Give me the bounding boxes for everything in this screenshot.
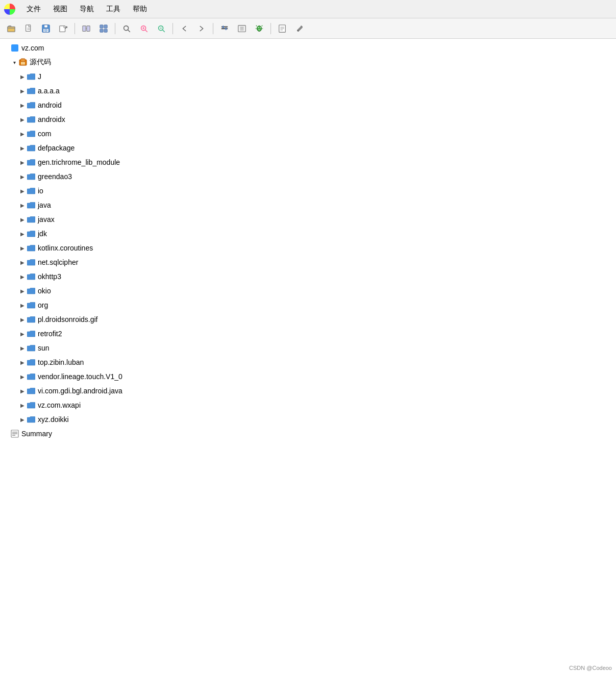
folder-icon-android — [27, 101, 36, 109]
arrow-androidx: ▶ — [18, 115, 27, 123]
arrow-jdk: ▶ — [18, 230, 27, 238]
menu-help[interactable]: 帮助 — [128, 3, 152, 16]
folder-jdk[interactable]: ▶ jdk — [0, 227, 616, 241]
svg-rect-13 — [100, 24, 103, 28]
separator-1 — [75, 23, 75, 34]
doc-button[interactable] — [274, 21, 290, 36]
folder-icon-kotlinx — [27, 244, 36, 252]
bottom-bar: CSDN @Codeoo — [565, 663, 616, 673]
arrow-kotlinx: ▶ — [18, 244, 27, 252]
menu-tools[interactable]: 工具 — [101, 3, 126, 16]
root-label: vz.com — [21, 44, 44, 52]
folder-greendao3[interactable]: ▶ greendao3 — [0, 169, 616, 184]
menu-navigate[interactable]: 导航 — [75, 3, 99, 16]
arrow-summary — [2, 430, 10, 438]
folder-sun[interactable]: ▶ sun — [0, 341, 616, 355]
menu-view[interactable]: 视图 — [48, 3, 72, 16]
folder-top-zibin[interactable]: ▶ top.zibin.luban — [0, 355, 616, 369]
folder-J[interactable]: ▶ J — [0, 69, 616, 84]
arrow-pl: ▶ — [18, 315, 27, 323]
summary-row[interactable]: Summary — [0, 427, 616, 441]
folder-okio[interactable]: ▶ okio — [0, 284, 616, 298]
settings-button[interactable] — [216, 21, 233, 36]
arrow-okhttp3: ▶ — [18, 272, 27, 281]
folder-gen[interactable]: ▶ gen.trichrome_lib_module — [0, 155, 616, 169]
grid-button[interactable] — [95, 21, 112, 36]
zoom-in-button[interactable] — [136, 21, 152, 36]
folder-icon-jdk — [27, 230, 36, 238]
folder-org[interactable]: ▶ org — [0, 298, 616, 312]
menu-file[interactable]: 文件 — [21, 3, 46, 16]
folder-net-sqlcipher[interactable]: ▶ net.sqlcipher — [0, 255, 616, 269]
save-button[interactable] — [38, 21, 54, 36]
svg-rect-8 — [44, 29, 47, 31]
folder-label-gen: gen.trichrome_lib_module — [38, 158, 120, 166]
folder-label-io: io — [38, 187, 43, 195]
separator-4 — [213, 23, 213, 34]
arrow-vi: ▶ — [18, 387, 27, 395]
svg-point-35 — [258, 27, 259, 28]
arrow-io: ▶ — [18, 187, 27, 195]
folder-icon-okhttp3 — [27, 272, 36, 281]
arrow-android: ▶ — [18, 101, 27, 109]
folder-vendor[interactable]: ▶ vendor.lineage.touch.V1_0 — [0, 369, 616, 384]
folder-label-vi: vi.com.gdi.bgl.android.java — [38, 387, 122, 395]
bottom-bar-text: CSDN @Codeoo — [569, 665, 612, 671]
arrow-javax: ▶ — [18, 215, 27, 223]
folder-icon-okio — [27, 287, 36, 295]
folder-vz-com-wxapi[interactable]: ▶ vz.com.wxapi — [0, 398, 616, 412]
folder-label-vz-com-wxapi: vz.com.wxapi — [38, 401, 81, 409]
svg-rect-16 — [104, 29, 107, 32]
folder-label-sun: sun — [38, 344, 50, 352]
arrow-aaaa: ▶ — [18, 87, 27, 95]
folder-xyz-doikki[interactable]: ▶ xyz.doikki — [0, 412, 616, 427]
folder-java[interactable]: ▶ java — [0, 198, 616, 212]
folder-pl[interactable]: ▶ pl.droidsonroids.gif — [0, 312, 616, 327]
export-button[interactable] — [55, 21, 71, 36]
back-button[interactable] — [176, 21, 192, 36]
debug-button[interactable] — [251, 21, 267, 36]
expand-arrow-source: ▾ — [10, 58, 18, 66]
source-root-label: 源代码 — [30, 58, 51, 67]
folder-android[interactable]: ▶ android — [0, 98, 616, 112]
folder-vi[interactable]: ▶ vi.com.gdi.bgl.android.java — [0, 384, 616, 398]
folder-io[interactable]: ▶ io — [0, 184, 616, 198]
folder-label-J: J — [38, 72, 41, 81]
tree-root[interactable]: vz.com — [0, 41, 616, 55]
new-file-button[interactable] — [20, 21, 37, 36]
menu-bar: 文件 视图 导航 工具 帮助 — [0, 0, 616, 18]
folder-okhttp3[interactable]: ▶ okhttp3 — [0, 269, 616, 284]
filter-button[interactable] — [234, 21, 250, 36]
folder-label-vendor: vendor.lineage.touch.V1_0 — [38, 372, 122, 381]
folder-label-net-sqlcipher: net.sqlcipher — [38, 258, 78, 266]
folder-javax[interactable]: ▶ javax — [0, 212, 616, 227]
svg-line-20 — [145, 30, 147, 32]
folder-icon-sun — [27, 344, 36, 352]
arrow-J: ▶ — [18, 72, 27, 81]
search-button[interactable] — [118, 21, 135, 36]
folder-kotlinx[interactable]: ▶ kotlinx.coroutines — [0, 241, 616, 255]
tree-source-root[interactable]: ▾ 源代码 — [0, 55, 616, 69]
wrench-button[interactable] — [291, 21, 308, 36]
folder-androidx[interactable]: ▶ androidx — [0, 112, 616, 127]
folder-icon-vendor — [27, 372, 36, 381]
svg-rect-29 — [226, 28, 227, 30]
open-folder-button[interactable] — [3, 21, 19, 36]
folder-label-top-zibin: top.zibin.luban — [38, 358, 84, 366]
folder-label-okio: okio — [38, 287, 51, 295]
file-tree: vz.com ▾ 源代码 ▶ J ▶ a.a.a.a ▶ — [0, 39, 616, 443]
folder-defpackage[interactable]: ▶ defpackage — [0, 141, 616, 155]
zoom-out-button[interactable] — [153, 21, 169, 36]
folder-retrofit2[interactable]: ▶ retrofit2 — [0, 327, 616, 341]
arrow-retrofit2: ▶ — [18, 330, 27, 338]
folder-label-retrofit2: retrofit2 — [38, 330, 62, 338]
folder-label-pl: pl.droidsonroids.gif — [38, 315, 98, 323]
folder-icon-aaaa — [27, 87, 36, 95]
folder-label-greendao3: greendao3 — [38, 172, 72, 181]
svg-rect-14 — [104, 24, 107, 28]
forward-button[interactable] — [193, 21, 210, 36]
folder-aaaa[interactable]: ▶ a.a.a.a — [0, 84, 616, 98]
compare-button[interactable] — [78, 21, 94, 36]
arrow-vz-com-wxapi: ▶ — [18, 401, 27, 409]
folder-com[interactable]: ▶ com — [0, 127, 616, 141]
